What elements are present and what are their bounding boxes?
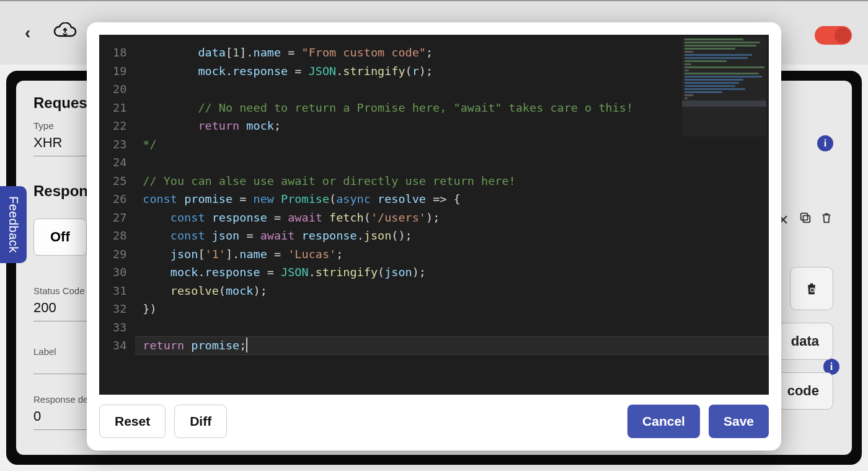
minimap[interactable] xyxy=(682,37,766,137)
code-line[interactable]: mock.response = JSON.stringify(r); xyxy=(143,62,769,81)
code-line[interactable]: mock.response = JSON.stringify(json); xyxy=(143,263,769,282)
code-line[interactable]: const response = await fetch('/users'); xyxy=(143,209,769,227)
code-line[interactable]: // You can alse use await or directly us… xyxy=(143,172,769,191)
line-gutter: 1819202122232425262728293031323334 xyxy=(99,35,135,395)
code-line[interactable]: return mock; xyxy=(143,117,769,135)
code-line[interactable]: const promise = new Promise(async resolv… xyxy=(143,190,769,209)
code-line[interactable]: */ xyxy=(143,135,769,154)
code-line[interactable]: data[1].name = "From custom code"; xyxy=(143,43,769,62)
code-line[interactable]: const json = await response.json(); xyxy=(143,227,769,245)
reset-button[interactable]: Reset xyxy=(99,405,166,438)
code-line[interactable]: }) xyxy=(143,300,769,318)
code-line[interactable] xyxy=(143,153,769,172)
modal-backdrop: 1819202122232425262728293031323334 data[… xyxy=(0,0,868,471)
code-line[interactable] xyxy=(143,80,769,99)
code-line[interactable] xyxy=(143,318,769,337)
code-line[interactable]: // No need to return a Promise here, "aw… xyxy=(143,99,769,117)
code-area[interactable]: data[1].name = "From custom code"; mock.… xyxy=(135,35,769,395)
modal-footer: Reset Diff Cancel Save xyxy=(99,395,769,438)
save-button[interactable]: Save xyxy=(709,405,769,438)
diff-button[interactable]: Diff xyxy=(174,405,227,438)
code-line[interactable]: resolve(mock); xyxy=(143,282,769,300)
code-line[interactable]: json['1'].name = 'Lucas'; xyxy=(143,245,769,264)
cancel-button[interactable]: Cancel xyxy=(627,405,700,438)
code-editor-modal: 1819202122232425262728293031323334 data[… xyxy=(87,22,781,451)
code-editor[interactable]: 1819202122232425262728293031323334 data[… xyxy=(99,35,769,395)
